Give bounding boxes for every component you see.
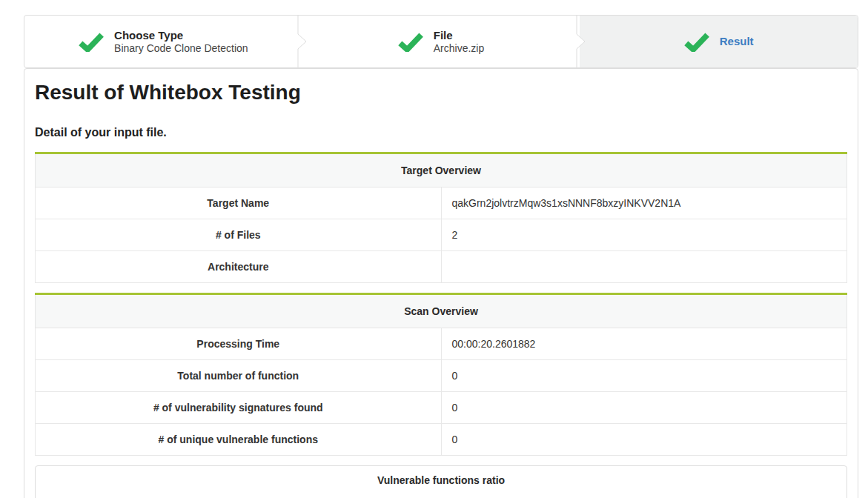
row-value: qakGrn2jolvtrzMqw3s1xsNNNF8bxzyINKVV2N1A — [441, 187, 847, 219]
row-value: 2 — [441, 219, 847, 251]
check-icon — [79, 32, 104, 52]
scan-overview-table: Scan Overview Processing Time 00:00:20.2… — [35, 293, 847, 456]
table-header: Target Overview — [36, 153, 847, 187]
panel-header: Vulnerable functions ratio — [36, 466, 847, 494]
step-title: Choose Type — [114, 29, 248, 42]
table-row: # of unique vulnerable functions 0 — [36, 424, 847, 456]
table-row: # of Files 2 — [36, 219, 847, 251]
table-header: Scan Overview — [36, 294, 847, 328]
row-label: Target Name — [36, 187, 442, 219]
chevron-right-icon — [576, 16, 586, 67]
wizard-stepper: Choose Type Binary Code Clone Detection … — [24, 15, 858, 68]
step-title: Result — [720, 35, 754, 48]
table-row: Target Name qakGrn2jolvtrzMqw3s1xsNNNF8b… — [36, 187, 847, 219]
page-title: Result of Whitebox Testing — [35, 81, 847, 104]
row-value: 0 — [441, 392, 847, 424]
table-row: Architecture — [36, 251, 847, 283]
table-row: Processing Time 00:00:20.2601882 — [36, 328, 847, 360]
table-row: # of vulnerability signatures found 0 — [36, 392, 847, 424]
table-row: Total number of function 0 — [36, 360, 847, 392]
page-subtitle: Detail of your input file. — [35, 126, 847, 139]
row-value — [441, 251, 847, 283]
vulnerable-functions-ratio-panel: Vulnerable functions ratio — [35, 465, 847, 498]
row-label: Architecture — [36, 251, 442, 283]
row-label: # of unique vulnerable functions — [36, 424, 442, 456]
step-subtitle: Binary Code Clone Detection — [114, 42, 248, 55]
row-label: Processing Time — [36, 328, 442, 360]
check-icon — [684, 32, 709, 52]
row-value: 00:00:20.2601882 — [441, 328, 847, 360]
row-label: # of Files — [36, 219, 442, 251]
step-choose-type[interactable]: Choose Type Binary Code Clone Detection — [24, 16, 302, 67]
target-overview-table: Target Overview Target Name qakGrn2jolvt… — [35, 152, 847, 283]
step-subtitle: Archive.zip — [434, 42, 484, 55]
step-title: File — [434, 29, 484, 42]
check-icon — [398, 32, 423, 52]
row-label: Total number of function — [36, 360, 442, 392]
row-value: 0 — [441, 360, 847, 392]
result-card: Result of Whitebox Testing Detail of you… — [24, 68, 858, 498]
row-label: # of vulnerability signatures found — [36, 392, 442, 424]
step-file[interactable]: File Archive.zip — [302, 16, 580, 67]
step-result[interactable]: Result — [580, 16, 858, 67]
chevron-right-icon — [297, 16, 308, 67]
row-value: 0 — [441, 424, 847, 456]
